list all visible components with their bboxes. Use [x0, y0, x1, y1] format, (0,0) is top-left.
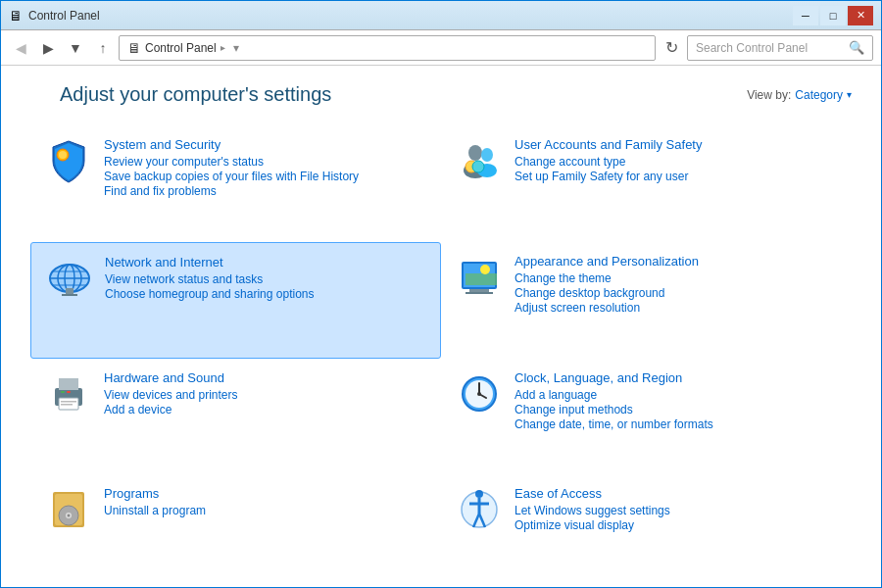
category-item-appearance[interactable]: Appearance and PersonalizationChange the… — [441, 242, 852, 359]
category-info-hardware-sound: Hardware and SoundView devices and print… — [104, 370, 431, 416]
clock-icon — [456, 370, 503, 417]
appearance-icon — [456, 254, 503, 301]
view-by-control: View by: Category ▾ — [747, 88, 852, 102]
category-item-user-accounts[interactable]: User Accounts and Family SafetyChange ac… — [441, 125, 852, 242]
category-link[interactable]: View devices and printers — [104, 388, 431, 402]
network-icon — [46, 255, 93, 302]
category-link[interactable]: Choose homegroup and sharing options — [105, 287, 430, 301]
back-button[interactable]: ◀ — [9, 36, 32, 60]
category-link[interactable]: Find and fix problems — [104, 184, 431, 198]
category-title-hardware-sound[interactable]: Hardware and Sound — [104, 370, 431, 385]
category-link[interactable]: Add a language — [514, 388, 842, 402]
up-button[interactable]: ↑ — [91, 36, 115, 60]
view-by-value[interactable]: Category — [795, 88, 843, 102]
category-item-clock-language[interactable]: Clock, Language, and RegionAdd a languag… — [441, 359, 852, 475]
svg-point-2 — [468, 145, 482, 161]
close-button[interactable]: ✕ — [848, 6, 873, 25]
svg-rect-15 — [66, 288, 74, 294]
category-link[interactable]: Change input methods — [514, 403, 842, 416]
content-header: Adjust your computer's settings View by:… — [1, 66, 881, 116]
svg-rect-19 — [466, 273, 497, 285]
search-box[interactable]: Search Control Panel 🔍 — [687, 35, 873, 61]
svg-rect-24 — [59, 378, 78, 390]
category-link[interactable]: Save backup copies of your files with Fi… — [104, 170, 431, 183]
svg-rect-28 — [61, 401, 76, 403]
title-bar-left: 🖥 Control Panel — [9, 8, 100, 24]
minimize-button[interactable]: ─ — [793, 6, 818, 25]
address-dropdown-icon: ▾ — [233, 41, 239, 55]
address-text: Control Panel — [145, 41, 217, 55]
category-link[interactable]: Review your computer's status — [104, 155, 431, 169]
category-link[interactable]: Adjust screen resolution — [514, 301, 842, 315]
forward-button[interactable]: ▶ — [36, 36, 60, 60]
main-content: Adjust your computer's settings View by:… — [1, 66, 881, 587]
view-by-label: View by: — [747, 88, 791, 102]
category-title-clock-language[interactable]: Clock, Language, and Region — [514, 370, 842, 385]
window-icon: 🖥 — [9, 8, 23, 24]
category-links-programs: Uninstall a program — [104, 504, 431, 517]
view-by-arrow-icon: ▾ — [847, 89, 852, 100]
category-info-network-internet: Network and InternetView network status … — [105, 255, 430, 301]
svg-point-4 — [481, 148, 493, 162]
title-bar-controls: ─ □ ✕ — [793, 6, 873, 25]
category-title-programs[interactable]: Programs — [104, 486, 431, 501]
category-links-ease-of-access: Let Windows suggest settingsOptimize vis… — [514, 504, 842, 532]
search-placeholder: Search Control Panel — [696, 41, 808, 55]
category-info-appearance: Appearance and PersonalizationChange the… — [514, 254, 842, 315]
svg-point-7 — [472, 161, 484, 172]
category-title-ease-of-access[interactable]: Ease of Access — [514, 486, 842, 501]
svg-rect-22 — [466, 292, 493, 294]
category-link[interactable]: Add a device — [104, 403, 431, 416]
category-link[interactable]: Set up Family Safety for any user — [514, 170, 842, 183]
svg-rect-21 — [469, 289, 489, 292]
search-icon: 🔍 — [849, 40, 864, 55]
svg-point-40 — [68, 514, 71, 517]
category-item-programs[interactable]: ProgramsUninstall a program — [30, 474, 441, 577]
category-links-network-internet: View network status and tasksChoose home… — [105, 272, 430, 301]
category-info-clock-language: Clock, Language, and RegionAdd a languag… — [514, 370, 842, 431]
category-link[interactable]: Change date, time, or number formats — [514, 417, 842, 431]
category-link[interactable]: Change the theme — [514, 271, 842, 285]
category-info-programs: ProgramsUninstall a program — [104, 486, 431, 517]
category-title-appearance[interactable]: Appearance and Personalization — [514, 254, 842, 269]
svg-point-1 — [59, 151, 67, 159]
dropdown-button[interactable]: ▼ — [64, 36, 87, 60]
page-title: Adjust your computer's settings — [60, 83, 331, 106]
category-info-user-accounts: User Accounts and Family SafetyChange ac… — [514, 137, 842, 183]
category-item-system-security[interactable]: System and SecurityReview your computer'… — [30, 125, 441, 242]
category-link[interactable]: Let Windows suggest settings — [514, 504, 842, 517]
address-bar: ◀ ▶ ▼ ↑ 🖥 Control Panel ▸ ▾ ↻ Search Con… — [1, 30, 881, 66]
category-link[interactable]: Change account type — [514, 155, 842, 169]
svg-rect-29 — [61, 404, 73, 406]
category-title-system-security[interactable]: System and Security — [104, 137, 431, 152]
printer-icon — [45, 370, 92, 417]
category-links-system-security: Review your computer's statusSave backup… — [104, 155, 431, 198]
svg-point-35 — [477, 392, 481, 396]
users-icon — [456, 137, 503, 184]
category-link[interactable]: Optimize visual display — [514, 518, 842, 532]
refresh-button[interactable]: ↻ — [660, 36, 683, 60]
category-title-user-accounts[interactable]: User Accounts and Family Safety — [514, 137, 842, 152]
window-title: Control Panel — [28, 9, 100, 23]
category-links-hardware-sound: View devices and printersAdd a device — [104, 388, 431, 416]
address-separator: ▸ — [220, 42, 225, 53]
category-link[interactable]: Uninstall a program — [104, 504, 431, 517]
category-item-hardware-sound[interactable]: Hardware and SoundView devices and print… — [30, 359, 441, 475]
shield-icon — [45, 137, 92, 184]
svg-rect-16 — [62, 294, 77, 296]
category-links-user-accounts: Change account typeSet up Family Safety … — [514, 155, 842, 183]
category-link[interactable]: Change desktop background — [514, 286, 842, 300]
title-bar: 🖥 Control Panel ─ □ ✕ — [1, 1, 881, 30]
category-link[interactable]: View network status and tasks — [105, 272, 430, 286]
category-info-ease-of-access: Ease of AccessLet Windows suggest settin… — [514, 486, 842, 532]
svg-rect-26 — [61, 391, 65, 393]
categories-grid: System and SecurityReview your computer'… — [1, 116, 881, 587]
accessibility-icon — [456, 486, 503, 533]
address-field[interactable]: 🖥 Control Panel ▸ ▾ — [119, 35, 656, 61]
maximize-button[interactable]: □ — [820, 6, 846, 25]
category-item-ease-of-access[interactable]: Ease of AccessLet Windows suggest settin… — [441, 474, 852, 577]
category-item-network-internet[interactable]: Network and InternetView network status … — [30, 242, 441, 359]
svg-point-20 — [480, 265, 490, 274]
category-title-network-internet[interactable]: Network and Internet — [105, 255, 430, 270]
svg-rect-27 — [67, 391, 71, 393]
